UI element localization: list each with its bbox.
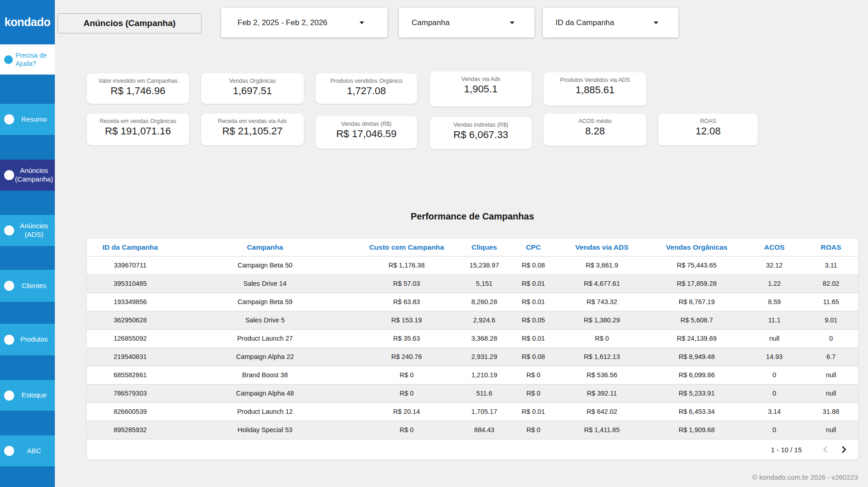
table-cell: 511.6 [457,384,512,402]
table-cell: 82.02 [804,274,858,293]
table-cell: R$ 17,859.28 [649,274,745,293]
table-cell: 219540831 [87,348,174,366]
sidebar-item-label: Anúncios (Campanha) [14,166,55,184]
table-cell: 0 [745,421,804,439]
sidebar-item-resumo[interactable]: Resumo [0,104,55,135]
sidebar-item-label: Resumo [14,115,55,124]
table-cell: Campaign Alpha 48 [174,384,356,402]
table-cell: Sales Drive 5 [174,311,356,329]
table-cell: R$ 63.83 [356,293,457,311]
column-header-8[interactable]: ROAS [804,239,858,256]
circle-bullet-icon [4,335,14,345]
sidebar-item-precisa-de-ajuda[interactable]: Precisa de Ajuda? [0,44,55,75]
sidebar-item-label: Anúncios (ADS) [14,222,55,239]
kpi-value: R$ 6,067.33 [454,129,508,141]
table-cell: R$ 0 [356,366,457,384]
page-title-box: Anúncios (Campanha) [58,13,201,33]
kpi-card-row1-4: Produtos Vendidos via ADS1,885.61 [544,72,646,106]
sidebar-item-anuncios-campanha[interactable]: Anúncios (Campanha) [0,160,55,191]
table-cell: 3.11 [804,256,858,274]
previous-page-button[interactable] [819,443,832,456]
campaign-filter-dropdown[interactable]: Campanha [399,8,535,37]
table-cell: 786579303 [87,384,174,402]
table-cell: R$ 536.56 [555,366,649,384]
kpi-label: Vendas via Ads [461,76,500,82]
kpi-card-row2-1: Receita em vendas via AdsR$ 21,105.27 [201,113,304,145]
table-cell: null [745,329,804,348]
table-cell: 8.59 [745,293,804,311]
page-range-label: 1 - 10 / 15 [771,446,802,454]
table-cell: R$ 6,453.34 [649,402,745,421]
table-cell: R$ 240.76 [356,348,457,366]
table-cell: R$ 0 [356,384,457,402]
table-cell: 2,931.29 [457,348,512,366]
kpi-value: R$ 17,046.59 [336,128,397,140]
table-cell: 6.7 [804,348,858,366]
column-header-3[interactable]: Cliques [457,239,512,256]
sidebar-item-estoque[interactable]: Estoque [0,380,55,411]
table-cell: 32.12 [745,256,804,274]
sidebar-item-abc[interactable]: ABC [0,435,55,466]
sidebar-item-produtos[interactable]: Produtos [0,324,55,355]
chevron-right-icon [840,445,847,454]
table-cell: R$ 0.01 [512,293,555,311]
table-cell: R$ 57.03 [356,274,457,293]
table-row: 786579303Campaign Alpha 48R$ 0511.6R$ 0R… [87,384,858,402]
date-range-value: Feb 2, 2025 - Feb 2, 2026 [238,18,360,27]
kpi-value: 1,697.51 [233,85,272,97]
kpi-value: 8.28 [585,125,605,137]
column-header-4[interactable]: CPC [512,239,555,256]
table-row: 126855092Product Launch 27R$ 35.633,368.… [87,329,858,348]
logo-text: kondado [5,16,51,29]
circle-bullet-icon [4,114,14,124]
campaign-filter-value: Campanha [412,18,510,27]
table-cell: 1,210.19 [457,366,512,384]
table-cell: R$ 20.14 [356,402,457,421]
kpi-card-row2-0: Receita em vendas OrgânicasR$ 191,071.16 [87,113,189,145]
table-cell: null [804,384,858,402]
table-cell: 895285932 [87,421,174,439]
next-page-button[interactable] [837,443,851,456]
table-cell: R$ 1,380.29 [555,311,649,329]
table-row: 685582861Brand Boost 38R$ 01,210.19R$ 0R… [87,366,858,384]
table-cell: R$ 0.01 [512,329,555,348]
table-cell: R$ 392.11 [555,384,649,402]
page-title: Anúncios (Campanha) [84,18,176,28]
table-cell: R$ 743.32 [555,293,649,311]
table-cell: R$ 1,612.13 [555,348,649,366]
campaign-id-filter-dropdown[interactable]: ID da Campanha [543,8,678,37]
kpi-card-row2-5: ROAS12.08 [658,113,758,145]
table-cell: R$ 0 [512,366,555,384]
table-cell: R$ 1,176.38 [356,256,457,274]
table-cell: R$ 0.01 [512,402,555,421]
column-header-7[interactable]: ACOS [745,239,804,256]
table-cell: 884.43 [457,421,512,439]
circle-bullet-icon [4,170,14,180]
chevron-down-icon [510,21,514,24]
table-cell: 3.14 [745,402,804,421]
table-cell: Holiday Special 53 [174,421,356,439]
kpi-value: 12.08 [695,125,720,137]
table-cell: 9.01 [804,311,858,329]
table-cell: 14.93 [745,348,804,366]
column-header-0[interactable]: ID da Campanha [87,239,174,256]
sidebar-item-clientes[interactable]: Clientes [0,270,55,302]
column-header-1[interactable]: Campanha [174,239,356,256]
table-cell: Product Launch 27 [174,329,356,348]
table-pagination: 1 - 10 / 15 [87,439,858,460]
table-cell: R$ 75,443.65 [649,256,745,274]
circle-bullet-icon [4,391,14,401]
kpi-card-row1-0: Valor investido em CampanhasR$ 1,746.96 [87,73,189,104]
sidebar-item-anuncios-ads[interactable]: Anúncios (ADS) [0,215,55,246]
column-header-2[interactable]: Custo com Campanha [356,239,457,256]
table-row: 193349856Campaign Beta 59R$ 63.838,260.2… [87,293,858,311]
table-cell: 1.22 [745,274,804,293]
kpi-label: Vendas indiretas (R$) [453,122,508,128]
table-cell: R$ 24,139.69 [649,329,745,348]
column-header-5[interactable]: Vendas via ADS [555,239,649,256]
table-cell: R$ 6,099.86 [649,366,745,384]
table-cell: 11.1 [745,311,804,329]
column-header-6[interactable]: Vendas Orgânicas [649,239,745,256]
table-cell: R$ 3,661.9 [555,256,649,274]
date-range-dropdown[interactable]: Feb 2, 2025 - Feb 2, 2026 [221,8,387,37]
